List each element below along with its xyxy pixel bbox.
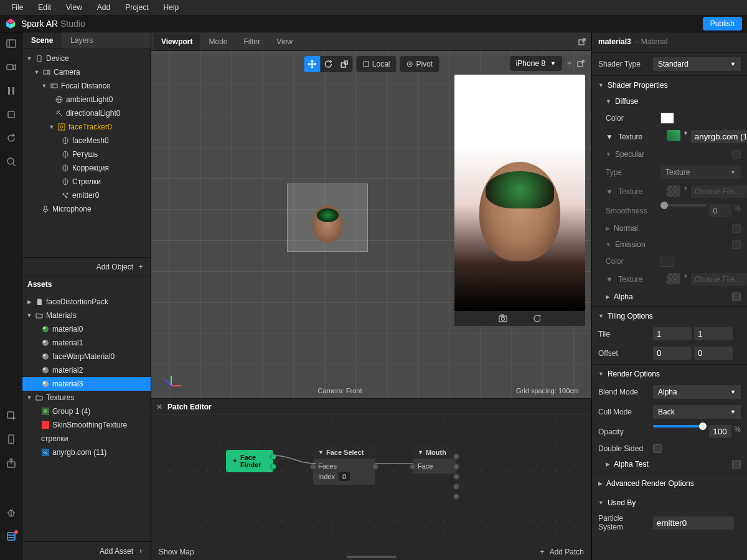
- section-alpha[interactable]: ▶Alpha: [592, 289, 747, 305]
- scale-tool-button[interactable]: [336, 56, 352, 72]
- asset-arrows-texture[interactable]: стрелки: [22, 432, 151, 446]
- tree-face-mesh[interactable]: faceMesh0: [22, 134, 151, 147]
- rail-search-icon[interactable]: [6, 157, 16, 167]
- viewport-3d[interactable]: Local Pivot iPhone 8▼ ≡: [151, 51, 591, 398]
- publish-button[interactable]: Publish: [703, 17, 742, 30]
- menu-view[interactable]: View: [60, 2, 88, 13]
- specular-texture-swatch[interactable]: [667, 185, 680, 197]
- specular-checkbox[interactable]: [732, 150, 741, 159]
- reset-icon[interactable]: [533, 314, 542, 323]
- rail-bug-icon[interactable]: [6, 508, 16, 518]
- asset-material2[interactable]: material2: [22, 363, 151, 377]
- menu-help[interactable]: Help: [157, 2, 186, 13]
- section-alpha-test[interactable]: ▶Alpha Test: [592, 456, 747, 472]
- alpha-checkbox[interactable]: [732, 292, 741, 301]
- asset-materials-folder[interactable]: ▼Materials: [22, 309, 151, 322]
- blend-mode-select[interactable]: Alpha▼: [653, 385, 741, 399]
- rail-device-icon[interactable]: [6, 434, 16, 444]
- asset-material1[interactable]: material1: [22, 336, 151, 350]
- texture-swatch[interactable]: [667, 130, 680, 141]
- specular-texture-field[interactable]: Choose File...: [691, 185, 747, 198]
- rail-video-icon[interactable]: [6, 62, 16, 72]
- rail-layout-icon[interactable]: [6, 39, 16, 49]
- tab-scene[interactable]: Scene: [22, 32, 62, 49]
- tree-face-tracker[interactable]: ▼faceTracker0: [22, 120, 151, 134]
- section-render[interactable]: ▼Render Options: [592, 366, 747, 382]
- tree-retouch[interactable]: Ретушь: [22, 147, 151, 161]
- particle-system-field[interactable]: [653, 516, 734, 530]
- tab-view[interactable]: View: [269, 34, 300, 50]
- emission-checkbox[interactable]: [732, 240, 741, 249]
- shader-type-select[interactable]: Standard▼: [653, 57, 741, 71]
- section-emission[interactable]: ▼Emission: [592, 236, 747, 253]
- add-object-button[interactable]: Add Object＋: [22, 257, 151, 276]
- tab-filter[interactable]: Filter: [237, 34, 268, 50]
- capture-icon[interactable]: [498, 314, 508, 323]
- tile-x-input[interactable]: [653, 327, 692, 340]
- offset-y-input[interactable]: [694, 347, 733, 360]
- emission-color-swatch[interactable]: [660, 256, 674, 267]
- offset-x-input[interactable]: [653, 347, 692, 360]
- rail-export-icon[interactable]: [6, 458, 16, 468]
- asset-facewarp-material[interactable]: faceWarpMaterial0: [22, 350, 151, 363]
- device-select[interactable]: iPhone 8▼: [510, 56, 562, 71]
- section-normal[interactable]: ▶Normal: [592, 220, 747, 236]
- menu-project[interactable]: Project: [119, 2, 154, 13]
- add-asset-button[interactable]: Add Asset＋: [22, 541, 151, 560]
- alpha-test-checkbox[interactable]: [732, 460, 741, 469]
- specular-type-select[interactable]: Texture▼: [660, 166, 741, 179]
- preview-popout-icon[interactable]: [576, 59, 585, 68]
- emission-texture-swatch[interactable]: [667, 273, 680, 284]
- local-toggle-button[interactable]: Local: [356, 56, 397, 72]
- rail-library-icon[interactable]: [6, 531, 16, 541]
- close-patch-button[interactable]: ✕: [156, 403, 162, 411]
- tree-focal-distance[interactable]: ▼Focal Distance: [22, 79, 151, 93]
- double-sided-checkbox[interactable]: [653, 444, 662, 453]
- move-tool-button[interactable]: [304, 56, 320, 72]
- section-specular[interactable]: ▼Specular: [592, 146, 747, 162]
- section-advanced-render[interactable]: ▶Advanced Render Options: [592, 475, 747, 492]
- axis-gizmo[interactable]: [161, 367, 180, 386]
- tab-viewport[interactable]: Viewport: [154, 34, 200, 50]
- scene-object-preview[interactable]: [287, 184, 368, 252]
- tree-arrows[interactable]: Стрелки: [22, 175, 151, 189]
- smoothness-input[interactable]: [709, 204, 731, 217]
- asset-textures-folder[interactable]: ▼Textures: [22, 391, 151, 404]
- resize-handle[interactable]: [347, 556, 397, 558]
- asset-facedistortion[interactable]: ▶faceDistortionPack: [22, 295, 151, 309]
- tab-layers[interactable]: Layers: [62, 32, 101, 49]
- rail-stop-icon[interactable]: [6, 110, 16, 119]
- preview-menu-icon[interactable]: ≡: [567, 59, 571, 68]
- tree-directional-light[interactable]: directionalLight0: [22, 106, 151, 120]
- tree-ambient-light[interactable]: ambientLight0: [22, 93, 151, 106]
- patch-node-mouth[interactable]: ▼Mouth Face: [413, 446, 456, 474]
- section-used-by[interactable]: ▼Used By: [592, 495, 747, 511]
- diffuse-texture-field[interactable]: [691, 130, 747, 143]
- tree-microphone[interactable]: Microphone: [22, 202, 151, 216]
- section-shader-properties[interactable]: ▼Shader Properties: [592, 77, 747, 93]
- rail-pause-icon[interactable]: [6, 86, 16, 96]
- smoothness-slider[interactable]: [660, 204, 707, 207]
- tab-mode[interactable]: Mode: [201, 34, 235, 50]
- tile-y-input[interactable]: [694, 327, 733, 340]
- show-map-button[interactable]: Show Map: [159, 548, 194, 556]
- section-diffuse[interactable]: ▼Diffuse: [592, 93, 747, 110]
- asset-anyrgb[interactable]: anyrgb.com (11): [22, 446, 151, 459]
- popout-icon[interactable]: [575, 35, 589, 49]
- tree-emitter[interactable]: emitter0: [22, 189, 151, 202]
- patch-canvas[interactable]: ▼Face Finder ▼Face Select Faces Index0 ▼…: [151, 415, 591, 543]
- normal-checkbox[interactable]: [732, 224, 741, 233]
- rail-refresh-icon[interactable]: [6, 133, 16, 143]
- tree-device[interactable]: ▼Device: [22, 52, 151, 65]
- diffuse-color-swatch[interactable]: [660, 113, 674, 124]
- rail-add-icon[interactable]: [6, 411, 16, 421]
- patch-node-face-finder[interactable]: ▼Face Finder: [226, 450, 273, 472]
- tree-correction[interactable]: Коррекция: [22, 161, 151, 175]
- menu-file[interactable]: File: [5, 2, 29, 13]
- opacity-slider[interactable]: [653, 425, 707, 427]
- emission-texture-field[interactable]: Choose File...: [691, 273, 747, 286]
- rotate-tool-button[interactable]: [320, 56, 336, 72]
- section-tiling[interactable]: ▼Tiling Options: [592, 308, 747, 324]
- asset-group1[interactable]: Group 1 (4): [22, 404, 151, 418]
- menu-add[interactable]: Add: [91, 2, 116, 13]
